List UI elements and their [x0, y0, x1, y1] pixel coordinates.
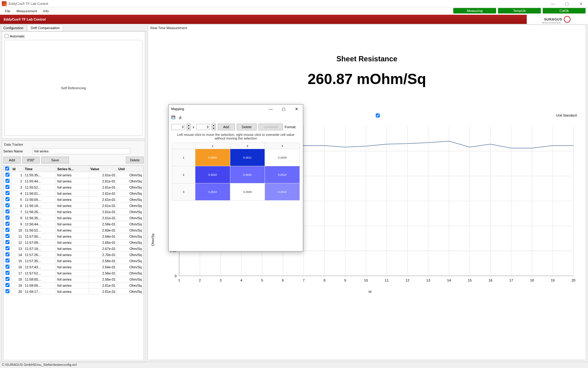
- heatmap-cell[interactable]: 0.2610: [195, 183, 230, 201]
- tab-configuration[interactable]: Configuration: [0, 25, 27, 31]
- table-row[interactable]: 511:56:09...foil series 2.61e-01Ohm/Sq: [4, 197, 143, 203]
- svg-text:15: 15: [468, 278, 472, 282]
- add-button[interactable]: Add: [3, 157, 21, 163]
- col-id[interactable]: Id: [11, 166, 24, 172]
- save-button[interactable]: Save: [41, 157, 69, 163]
- mapping-delete-button[interactable]: Delete: [237, 124, 257, 130]
- heatmap-cell[interactable]: 0.2610: [230, 166, 265, 183]
- table-row[interactable]: 411:56:01...foil series 2.61e-01Ohm/Sq: [4, 190, 143, 197]
- table-row[interactable]: 1411:57:26...foil series 2.70e-01Ohm/Sq: [4, 252, 143, 258]
- svg-text:3: 3: [220, 278, 221, 282]
- heatmap-cell[interactable]: 0.2609: [195, 149, 230, 166]
- brand-logo: SURAGUS Sensors & Instruments: [527, 15, 588, 24]
- mapping-dialog: Mapping — ▢ ✕ 💾 🖨 ▲▼ x ▲▼ Add Delete com…: [168, 104, 303, 251]
- svg-text:4: 4: [240, 278, 243, 282]
- heatmap-cell[interactable]: 0.2608: [265, 149, 300, 166]
- mapping-titlebar[interactable]: Mapping — ▢ ✕: [169, 105, 303, 113]
- heatmap-cell[interactable]: 0.2608: [230, 183, 265, 201]
- col-value[interactable]: Value: [89, 166, 117, 172]
- drift-panel: Automatic Self Referencing: [2, 31, 145, 139]
- mapping-hint: Left mouse click to move the selection, …: [169, 132, 303, 143]
- svg-text:13: 13: [426, 278, 430, 282]
- mapping-add-button[interactable]: Add: [218, 124, 235, 130]
- menu-measurement[interactable]: Measurement: [13, 8, 40, 14]
- svg-text:6: 6: [282, 278, 284, 282]
- unit-toggle-checkbox[interactable]: [376, 113, 380, 117]
- svg-text:14: 14: [447, 278, 451, 282]
- menu-file[interactable]: File: [2, 8, 13, 14]
- svg-text:18: 18: [530, 278, 534, 282]
- svg-text:12: 12: [405, 278, 409, 282]
- heatmap-cell[interactable]: 0.2610: [265, 166, 300, 183]
- data-table-wrapper[interactable]: Id Time Series N... Value Unit 111:55:35…: [3, 165, 144, 360]
- table-row[interactable]: 1011:56:52...foil series 2.60e-01Ohm/Sq: [4, 227, 143, 233]
- automatic-checkbox[interactable]: [5, 34, 9, 38]
- table-row[interactable]: 1511:57:35...foil series 2.58e-01Ohm/Sq: [4, 258, 143, 264]
- mapping-close-button[interactable]: ✕: [290, 105, 303, 113]
- svg-text:19: 19: [551, 278, 555, 282]
- col-time[interactable]: Time: [24, 166, 56, 172]
- timer-button[interactable]: 0'00": [22, 157, 40, 163]
- delete-button[interactable]: Delete: [126, 157, 144, 163]
- save-icon[interactable]: 💾: [171, 115, 175, 119]
- table-row[interactable]: 2011:58:17...foil series 2.61e-01Ohm/Sq: [4, 289, 143, 295]
- heatmap-cell[interactable]: 0.2610: [265, 183, 300, 201]
- self-referencing-area[interactable]: Self Referencing: [5, 40, 142, 136]
- close-button[interactable]: ✕: [574, 0, 588, 7]
- window-title: EddyCus® TF Lab Control: [9, 2, 48, 6]
- rtm-label: Real Time Measurement: [148, 25, 586, 31]
- chart-ylabel: Ohm/Sq: [151, 234, 155, 246]
- status-bar: C:\SURAGUS GmbH\Emu_Stefan\testerconfig.…: [0, 362, 588, 368]
- mapping-maximize-button[interactable]: ▢: [277, 105, 290, 113]
- data-tracker: Data Tracker Series Name Add 0'00" Save …: [2, 140, 145, 362]
- mapping-format-label: Format:: [285, 125, 296, 129]
- table-row[interactable]: 211:55:44...foil series 2.61e-01Ohm/Sq: [4, 178, 143, 184]
- table-row[interactable]: 911:56:44...foil series 2.58e-01Ohm/Sq: [4, 221, 143, 227]
- series-name-input[interactable]: [32, 148, 130, 154]
- cols-spinner[interactable]: ▲▼: [212, 124, 216, 130]
- table-row[interactable]: 611:56:18...foil series 2.61e-01Ohm/Sq: [4, 203, 143, 209]
- automatic-checkbox-label[interactable]: Automatic: [5, 34, 142, 38]
- brand-bar: EddyCus® TF Lab Control SURAGUS Sensors …: [0, 15, 588, 24]
- table-row[interactable]: 1111:57:00...foil series 2.64e-01Ohm/Sq: [4, 233, 143, 240]
- table-row[interactable]: 811:56:35...foil series 2.61e-01Ohm/Sq: [4, 215, 143, 221]
- menubar: File Measurement Info Measuring TempOk C…: [0, 7, 588, 15]
- left-tabs: Configuration Drift Compensation: [0, 25, 147, 31]
- svg-text:0: 0: [175, 274, 176, 278]
- table-row[interactable]: 111:55:35...foil series 2.61e-01Ohm/Sq: [4, 172, 143, 178]
- table-row[interactable]: 311:55:52...foil series 2.61e-01Ohm/Sq: [4, 184, 143, 190]
- data-table: Id Time Series N... Value Unit 111:55:35…: [4, 166, 143, 295]
- rows-spinner[interactable]: ▲▼: [187, 124, 191, 130]
- col-check[interactable]: [4, 166, 11, 172]
- heatmap-cell[interactable]: 0.2611: [230, 149, 265, 166]
- table-row[interactable]: 1811:58:00...foil series 2.56e-01Ohm/Sq: [4, 276, 143, 282]
- menu-info[interactable]: Info: [40, 8, 52, 14]
- table-row[interactable]: 1211:57:09...foil series 2.65e-01Ohm/Sq: [4, 240, 143, 246]
- svg-text:11: 11: [385, 278, 389, 282]
- mapping-rows-input[interactable]: [171, 124, 185, 130]
- mapping-cols-input[interactable]: [196, 124, 210, 130]
- table-row[interactable]: 1611:57:43...foil series 2.64e-01Ohm/Sq: [4, 264, 143, 270]
- table-row[interactable]: 1911:58:09...foil series 2.61e-01Ohm/Sq: [4, 282, 143, 289]
- titlebar: EddyCus® TF Lab Control — ▢ ✕: [0, 0, 588, 7]
- measurement-value: 260.87 mOhm/Sq: [308, 71, 426, 87]
- table-row[interactable]: 711:56:26...foil series 2.61e-01Ohm/Sq: [4, 209, 143, 215]
- col-series[interactable]: Series N...: [56, 166, 89, 172]
- tab-drift-compensation[interactable]: Drift Compensation: [27, 25, 63, 31]
- mapping-minimize-button[interactable]: —: [264, 105, 277, 113]
- print-icon[interactable]: 🖨: [179, 116, 182, 119]
- minimize-button[interactable]: —: [546, 0, 560, 7]
- svg-text:17: 17: [509, 278, 513, 282]
- table-row[interactable]: 1311:57:18...foil series 2.67e-01Ohm/Sq: [4, 246, 143, 252]
- svg-text:7: 7: [303, 278, 304, 282]
- status-tempok: TempOk: [498, 8, 541, 13]
- series-name-label: Series Name: [3, 149, 30, 153]
- brand-title: EddyCus® TF Lab Control: [4, 17, 46, 21]
- col-unit[interactable]: Unit: [117, 166, 143, 172]
- heatmap-cell[interactable]: 0.2610: [195, 166, 230, 183]
- table-row[interactable]: 1711:57:52...foil series 2.56e-01Ohm/Sq: [4, 270, 143, 276]
- mapping-heatmap[interactable]: 123 10.26090.26110.260820.26100.26100.26…: [169, 143, 303, 201]
- svg-text:1: 1: [178, 278, 180, 282]
- maximize-button[interactable]: ▢: [560, 0, 574, 7]
- status-path: C:\SURAGUS GmbH\Emu_Stefan\testerconfig.…: [2, 363, 77, 366]
